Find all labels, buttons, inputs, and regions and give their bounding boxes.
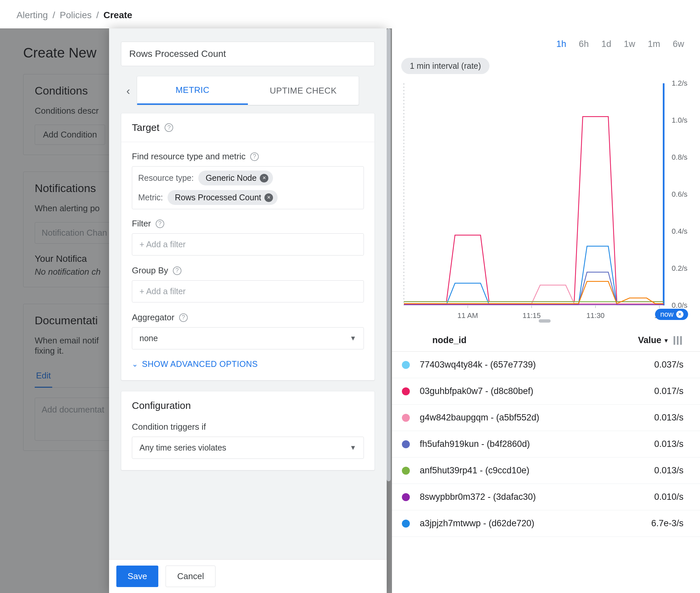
time-tab-6w[interactable]: 6w (672, 39, 684, 49)
breadcrumb: Alerting / Policies / Create (16, 10, 132, 21)
time-tab-6h[interactable]: 6h (579, 39, 589, 49)
legend-row[interactable]: anf5hut39rp41 - (c9ccd10e)0.013/s (392, 458, 700, 484)
aggregator-select[interactable]: none ▼ (132, 327, 364, 349)
resource-metric-field[interactable]: Resource type: Generic Node × Metric: Ro… (132, 166, 364, 209)
aggregator-label: Aggregator (132, 312, 174, 323)
svg-text:11:15: 11:15 (523, 311, 541, 320)
svg-text:0.4/s: 0.4/s (671, 227, 688, 235)
breadcrumb-policies[interactable]: Policies (60, 10, 91, 21)
legend-row[interactable]: 77403wq4ty84k - (657e7739)0.037/s (392, 352, 700, 378)
legend-node: fh5ufah919kun - (b4f2860d) (420, 439, 654, 449)
resource-type-label: Resource type: (138, 173, 194, 183)
legend-value: 0.013/s (654, 465, 684, 476)
breadcrumb-root[interactable]: Alerting (16, 10, 48, 21)
breadcrumb-sep: / (52, 10, 55, 21)
legend-value: 0.013/s (654, 439, 684, 449)
svg-text:1.2/s: 1.2/s (671, 80, 688, 87)
metric-label: Metric: (138, 193, 163, 202)
filter-label: Filter (132, 219, 151, 229)
filter-input[interactable]: + Add a filter (132, 233, 364, 255)
target-heading: Target (132, 122, 159, 133)
help-icon[interactable]: ? (156, 220, 164, 228)
svg-text:0.2/s: 0.2/s (671, 264, 688, 272)
legend-row[interactable]: 8swypbbr0m372 - (3dafac30)0.010/s (392, 484, 700, 510)
chevron-left-icon: ‹ (126, 84, 130, 97)
legend-col-value[interactable]: Value ▾ (638, 335, 668, 346)
panel-scrollbar[interactable] (387, 29, 392, 541)
help-icon[interactable]: ? (250, 152, 259, 161)
metric-chip-text: Rows Processed Count (175, 193, 261, 202)
breadcrumb-current: Create (104, 10, 132, 21)
legend-node: 03guhbfpak0w7 - (d8c80bef) (420, 386, 654, 396)
groupby-label: Group By (132, 266, 168, 276)
triggers-value: Any time series violates (139, 443, 227, 452)
find-metric-label: Find resource type and metric (132, 151, 246, 162)
now-label: now (660, 310, 673, 319)
configuration-card: Configuration Condition triggers if Any … (121, 391, 375, 470)
time-tab-1h[interactable]: 1h (556, 39, 566, 49)
help-icon[interactable]: ? (165, 123, 173, 132)
resource-type-chip[interactable]: Generic Node × (198, 170, 273, 186)
svg-text:11:30: 11:30 (586, 311, 605, 320)
triggers-select[interactable]: Any time series violates ▼ (132, 437, 364, 459)
aggregator-value: none (139, 333, 158, 343)
close-now-icon[interactable]: × (676, 311, 684, 318)
legend-col-node[interactable]: node_id (432, 335, 638, 346)
columns-icon[interactable] (673, 336, 684, 345)
series-color-dot (402, 493, 410, 501)
legend-value: 0.017/s (654, 386, 684, 396)
legend-value: 0.037/s (654, 360, 684, 370)
time-tab-1m[interactable]: 1m (648, 39, 660, 49)
svg-text:0.6/s: 0.6/s (671, 190, 688, 198)
configuration-heading: Configuration (132, 400, 191, 411)
legend-value: 6.7e-3/s (651, 518, 684, 528)
condition-title-input[interactable] (121, 42, 375, 66)
remove-metric-icon[interactable]: × (264, 193, 273, 202)
tab-uptime-check[interactable]: UPTIME CHECK (248, 76, 359, 105)
target-card: Target ? Find resource type and metric ?… (121, 113, 375, 381)
time-tab-1d[interactable]: 1d (601, 39, 611, 49)
chart-panel: 1h6h1d1w1m6w 1 min interval (rate) 0.0/s… (392, 29, 700, 593)
legend-node: g4w842baupgqm - (a5bf552d) (420, 412, 654, 423)
panel-footer: Save Cancel (109, 559, 387, 593)
legend-row[interactable]: a3jpjzh7mtwwp - (d62de720)6.7e-3/s (392, 510, 700, 537)
legend-row[interactable]: fh5ufah919kun - (b4f2860d)0.013/s (392, 431, 700, 458)
time-tab-1w[interactable]: 1w (624, 39, 635, 49)
now-pill[interactable]: now × (655, 309, 688, 320)
sort-desc-icon: ▾ (665, 337, 668, 344)
metric-chip[interactable]: Rows Processed Count × (168, 190, 278, 205)
tab-metric[interactable]: METRIC (137, 76, 248, 105)
breadcrumb-sep: / (96, 10, 99, 21)
help-icon[interactable]: ? (179, 313, 188, 322)
triggers-label: Condition triggers if (132, 422, 206, 432)
resource-type-chip-text: Generic Node (206, 173, 256, 183)
save-button[interactable]: Save (116, 565, 158, 587)
legend-value: 0.013/s (654, 412, 684, 423)
series-color-dot (402, 440, 410, 448)
legend-table: node_id Value ▾ 77403wq4ty84k - (657e773… (392, 329, 700, 537)
help-icon[interactable]: ? (173, 267, 181, 275)
chart[interactable]: 0.0/s0.2/s0.4/s0.6/s0.8/s1.0/s1.2/s11 AM… (399, 80, 690, 321)
resize-handle-icon[interactable] (539, 319, 550, 323)
legend-value: 0.010/s (654, 492, 684, 502)
show-advanced-options-link[interactable]: ⌄ SHOW ADVANCED OPTIONS (132, 359, 364, 369)
svg-text:0.0/s: 0.0/s (671, 301, 688, 309)
condition-editor-panel: ‹ METRIC UPTIME CHECK › Target ? Find re… (109, 29, 387, 593)
tab-prev-button[interactable]: ‹ (121, 76, 135, 105)
scrollbar-thumb[interactable] (387, 29, 390, 481)
series-color-dot (402, 467, 410, 475)
groupby-input[interactable]: + Add a filter (132, 280, 364, 303)
legend-node: anf5hut39rp41 - (c9ccd10e) (420, 465, 654, 476)
interval-chip: 1 min interval (rate) (401, 58, 490, 74)
legend-node: 77403wq4ty84k - (657e7739) (420, 360, 654, 370)
legend-row[interactable]: 03guhbfpak0w7 - (d8c80bef)0.017/s (392, 378, 700, 405)
svg-text:0.8/s: 0.8/s (671, 153, 688, 161)
chevron-down-icon: ⌄ (132, 360, 138, 368)
remove-resource-type-icon[interactable]: × (260, 174, 269, 183)
svg-text:11 AM: 11 AM (457, 311, 478, 320)
condition-type-tabs: METRIC UPTIME CHECK (137, 76, 359, 105)
legend-row[interactable]: g4w842baupgqm - (a5bf552d)0.013/s (392, 405, 700, 431)
cancel-button[interactable]: Cancel (166, 565, 215, 587)
series-color-dot (402, 520, 410, 527)
legend-node: 8swypbbr0m372 - (3dafac30) (420, 492, 654, 502)
